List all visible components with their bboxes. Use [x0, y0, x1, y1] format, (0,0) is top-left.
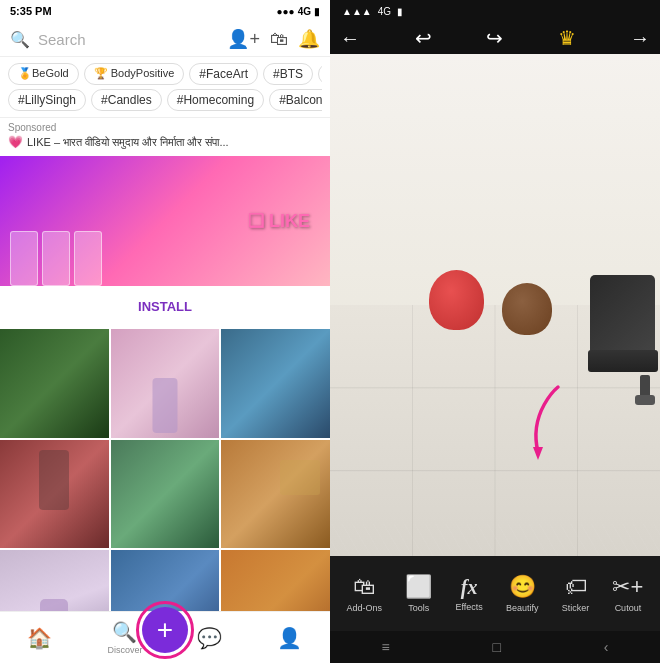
left-status-bar: 5:35 PM ●●● 4G ▮ — [0, 0, 330, 22]
right-status-icons: ▲▲▲ 4G ▮ — [342, 6, 403, 17]
undo-button[interactable]: ↩ — [415, 26, 432, 50]
tools-icon: ⬜ — [405, 574, 432, 600]
hashtag-row-2: #LillySingh #Candles #Homecoming #Balcon… — [8, 89, 322, 111]
network-icon: 4G — [298, 6, 311, 17]
nav-profile[interactable]: 👤 — [277, 626, 302, 650]
grid-cell-2[interactable] — [111, 329, 220, 438]
cutout-icon: ✂+ — [612, 574, 643, 600]
hashtag-chip[interactable]: #FaceArt — [189, 63, 258, 85]
fab-outer: + — [136, 601, 194, 659]
install-wrap: INSTALL — [0, 286, 330, 327]
ad-phones — [10, 231, 102, 286]
addons-icon: 🛍 — [353, 574, 375, 600]
tools-label: Tools — [408, 603, 429, 613]
hashtag-section: 🏅BeGold 🏆 BodyPositive #FaceArt #BTS #..… — [0, 57, 330, 118]
redo-button[interactable]: ↪ — [486, 26, 503, 50]
grid-image-1 — [0, 329, 109, 438]
grid-cell-7[interactable] — [0, 550, 109, 611]
battery-icon: ▮ — [314, 6, 320, 17]
back-button[interactable]: ← — [340, 27, 360, 50]
ad-logo: ❏ LIKE — [248, 210, 310, 232]
right-panel: ▲▲▲ 4G ▮ ← ↩ ↪ ♛ → — [330, 0, 660, 663]
cutout-label: Cutout — [615, 603, 642, 613]
system-nav: ≡ □ ‹ — [330, 631, 660, 663]
arrow-overlay — [508, 382, 568, 466]
effects-label: Effects — [456, 602, 483, 612]
ad-phone-1 — [10, 231, 38, 286]
nav-home[interactable]: 🏠 — [27, 626, 52, 650]
hashtag-chip[interactable]: #Homecoming — [167, 89, 264, 111]
grid-cell-3[interactable] — [221, 329, 330, 438]
search-actions: 👤+ 🛍 🔔 — [227, 28, 320, 50]
forward-button[interactable]: → — [630, 27, 650, 50]
notification-icon[interactable]: 🔔 — [298, 28, 320, 50]
ad-banner[interactable]: ❏ LIKE — [0, 156, 330, 286]
right-top-nav: ← ↩ ↪ ♛ → — [330, 22, 660, 54]
hashtag-chip[interactable]: 🏅BeGold — [8, 63, 79, 85]
right-signal-icon: ▲▲▲ — [342, 6, 372, 17]
chair-seat — [588, 350, 658, 372]
grid-image-3 — [221, 329, 330, 438]
grid-cell-5[interactable] — [111, 440, 220, 549]
bean-bag-brown — [502, 283, 552, 335]
right-status-bar: ▲▲▲ 4G ▮ — [330, 0, 660, 22]
hashtag-chip[interactable]: #Balcony — [269, 89, 322, 111]
grid-cell-1[interactable] — [0, 329, 109, 438]
bag-icon[interactable]: 🛍 — [270, 29, 288, 50]
crown-icon[interactable]: ♛ — [558, 26, 576, 50]
grid-cell-9[interactable] — [221, 550, 330, 611]
grid-image-6 — [221, 440, 330, 549]
bean-bag-red — [429, 270, 484, 330]
search-icon: 🔍 — [10, 30, 30, 49]
grid-cell-4[interactable] — [0, 440, 109, 549]
profile-icon: 👤 — [277, 626, 302, 650]
tool-sticker[interactable]: 🏷 Sticker — [562, 574, 590, 613]
back-nav-icon[interactable]: ‹ — [604, 639, 609, 655]
hashtag-chip[interactable]: #BTS — [263, 63, 313, 85]
grid-image-7 — [0, 550, 109, 611]
right-network-icon: 4G — [378, 6, 391, 17]
sponsored-label: Sponsored — [8, 122, 322, 133]
ad-phone-3 — [74, 231, 102, 286]
discover-icon: 🔍 — [112, 620, 137, 644]
home-nav-icon[interactable]: □ — [493, 639, 501, 655]
sticker-label: Sticker — [562, 603, 590, 613]
sponsored-block: Sponsored 💗 LIKE – भारत वीडियो समुदाय और… — [0, 118, 330, 151]
install-button[interactable]: INSTALL — [118, 294, 212, 319]
chair — [580, 275, 660, 405]
grid-cell-6[interactable] — [221, 440, 330, 549]
hashtag-chip[interactable]: 🏆 BodyPositive — [84, 63, 185, 85]
left-panel: 5:35 PM ●●● 4G ▮ 🔍 Search 👤+ 🛍 🔔 🏅BeGold… — [0, 0, 330, 663]
tool-cutout[interactable]: ✂+ Cutout — [612, 574, 643, 613]
grid-image-5 — [111, 440, 220, 549]
signal-icon: ●●● — [277, 6, 295, 17]
svg-marker-5 — [533, 447, 543, 460]
tool-addons[interactable]: 🛍 Add-Ons — [347, 574, 383, 613]
beautify-label: Beautify — [506, 603, 539, 613]
fab-add-button[interactable]: + — [142, 607, 188, 653]
nav-messages[interactable]: 💬 — [197, 626, 222, 650]
chair-wheel — [635, 395, 655, 405]
status-icons: ●●● 4G ▮ — [277, 6, 320, 17]
tool-effects[interactable]: fx Effects — [456, 576, 483, 612]
hashtag-chip[interactable]: #... — [318, 63, 322, 85]
menu-nav-icon[interactable]: ≡ — [381, 639, 389, 655]
search-input[interactable]: Search — [38, 31, 219, 48]
sponsored-title: 💗 LIKE – भारत वीडियो समुदाय और निर्माता … — [8, 135, 322, 149]
grid-image-4 — [0, 440, 109, 549]
tool-tools[interactable]: ⬜ Tools — [405, 574, 432, 613]
status-time: 5:35 PM — [10, 5, 52, 17]
chair-back — [590, 275, 655, 355]
fab-wrapper: + — [136, 601, 194, 659]
search-bar[interactable]: 🔍 Search 👤+ 🛍 🔔 — [0, 22, 330, 57]
effects-icon: fx — [461, 576, 478, 599]
sponsored-text: LIKE – भारत वीडियो समुदाय और निर्माता और… — [27, 136, 229, 149]
sticker-icon: 🏷 — [565, 574, 587, 600]
tool-beautify[interactable]: 😊 Beautify — [506, 574, 539, 613]
ad-logo-text: ❏ LIKE — [248, 211, 310, 231]
heart-icon: 💗 — [8, 135, 23, 149]
hashtag-chip[interactable]: #Candles — [91, 89, 162, 111]
add-person-icon[interactable]: 👤+ — [227, 28, 260, 50]
hashtag-chip[interactable]: #LillySingh — [8, 89, 86, 111]
ad-phone-2 — [42, 231, 70, 286]
